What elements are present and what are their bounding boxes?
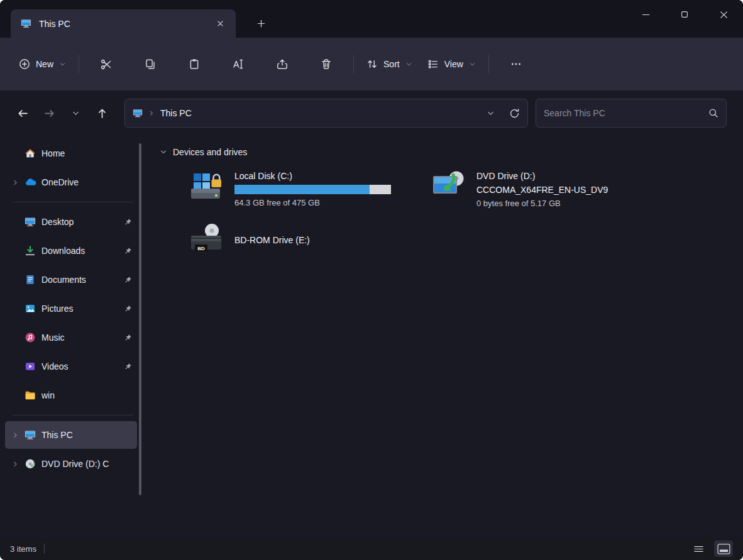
pin-icon	[122, 305, 133, 313]
sidebar-item-label: Documents	[41, 275, 122, 285]
search-input[interactable]	[544, 108, 703, 118]
drive-name: BD-ROM Drive (E:)	[234, 235, 310, 245]
pin-icon	[122, 334, 133, 342]
sidebar-item-music[interactable]: Music	[5, 324, 137, 351]
tab-close-button[interactable]	[212, 16, 228, 32]
sidebar-item-label: OneDrive	[41, 177, 133, 187]
drive-tile-bd-rom-e[interactable]: BD BD-ROM Drive (E:)	[189, 222, 431, 257]
rename-button[interactable]	[224, 52, 253, 77]
chevron-down-icon	[59, 61, 66, 68]
status-view-toggles	[689, 541, 733, 557]
window-controls	[626, 0, 743, 29]
large-icons-view-icon	[717, 544, 730, 554]
sidebar-item-this-pc[interactable]: This PC	[5, 421, 137, 449]
expand-chevron-icon[interactable]	[9, 461, 21, 468]
content-area: Devices and drives Local Disk (C:)	[146, 136, 743, 537]
delete-icon	[321, 58, 332, 70]
sort-button[interactable]: Sort	[359, 52, 420, 76]
sidebar-item-onedrive[interactable]: OneDrive	[5, 168, 137, 196]
plus-icon	[256, 19, 266, 28]
local-disk-icon	[189, 170, 225, 205]
back-button[interactable]	[10, 101, 35, 125]
tab-this-pc[interactable]: This PC	[11, 9, 236, 38]
copy-button[interactable]	[136, 52, 165, 77]
sidebar-item-label: Videos	[41, 361, 122, 371]
details-view-button[interactable]	[689, 541, 708, 557]
minimize-icon	[641, 10, 651, 19]
sidebar-item-label: This PC	[41, 430, 133, 440]
sidebar-item-home[interactable]: Home	[5, 140, 137, 167]
delete-button[interactable]	[312, 52, 341, 77]
bd-badge: BD	[197, 246, 205, 251]
expand-chevron-icon[interactable]	[9, 179, 21, 186]
bd-rom-drive-icon: BD	[189, 222, 225, 257]
drive-tile-local-disk-c[interactable]: Local Disk (C:) 64.3 GB free of 475 GB	[189, 170, 431, 208]
disk-usage-bar	[234, 185, 391, 194]
up-icon	[96, 107, 108, 119]
sidebar-item-dvd-drive[interactable]: DVD Drive (D:) C	[5, 450, 137, 478]
titlebar: This PC	[0, 0, 743, 38]
onedrive-icon	[21, 177, 39, 189]
close-button[interactable]	[704, 0, 743, 29]
maximize-icon	[680, 10, 689, 19]
large-icons-view-button[interactable]	[714, 541, 733, 557]
sidebar-item-label: win	[41, 390, 133, 400]
refresh-icon[interactable]	[509, 108, 520, 119]
forward-button[interactable]	[36, 101, 62, 125]
drive-info: BD-ROM Drive (E:)	[234, 234, 310, 245]
toolbar-separator	[353, 55, 354, 74]
drive-tiles: Local Disk (C:) 64.3 GB free of 475 GB	[189, 170, 704, 257]
videos-icon	[21, 361, 39, 372]
drive-volume-label: CCCOMA_X64FRE_EN-US_DV9	[476, 185, 608, 195]
home-icon	[21, 148, 39, 159]
sidebar-item-label: Home	[41, 148, 133, 158]
new-tab-button[interactable]	[251, 13, 271, 33]
drive-name: DVD Drive (D:)	[476, 171, 608, 181]
item-count: 3 items	[10, 544, 36, 554]
recent-locations-button[interactable]	[63, 101, 88, 125]
cut-icon	[101, 58, 113, 70]
sidebar-item-desktop[interactable]: Desktop	[5, 208, 137, 236]
section-header-devices-and-drives[interactable]: Devices and drives	[160, 147, 743, 157]
share-button[interactable]	[268, 52, 297, 77]
view-label: View	[444, 59, 463, 69]
chevron-down-icon	[469, 61, 476, 68]
close-icon	[719, 10, 729, 19]
desktop-icon	[21, 216, 39, 228]
share-icon	[277, 58, 288, 70]
address-dropdown-icon[interactable]	[487, 109, 495, 118]
sidebar-item-pictures[interactable]: Pictures	[5, 295, 137, 322]
navigation-bar: This PC	[0, 91, 743, 136]
sidebar-divider	[13, 202, 133, 202]
sidebar-item-videos[interactable]: Videos	[5, 353, 137, 380]
music-icon	[21, 332, 39, 343]
details-view-icon	[693, 544, 705, 554]
search-icon	[708, 108, 718, 118]
status-bar: 3 items	[0, 537, 743, 560]
address-bar[interactable]: This PC	[124, 99, 528, 128]
breadcrumb-item-this-pc[interactable]: This PC	[160, 108, 192, 118]
view-button[interactable]: View	[420, 52, 483, 76]
new-button[interactable]: New	[11, 52, 74, 76]
up-button[interactable]	[89, 101, 114, 125]
maximize-button[interactable]	[665, 0, 704, 29]
tab-title: This PC	[39, 19, 204, 29]
drive-free-space: 0 bytes free of 5.17 GB	[476, 199, 608, 208]
breadcrumb-chevron-icon	[148, 110, 155, 116]
sidebar-scrollbar[interactable]	[139, 143, 141, 495]
more-options-button[interactable]	[502, 52, 531, 77]
sidebar-item-downloads[interactable]: Downloads	[5, 237, 137, 265]
drive-tile-dvd-d[interactable]: DVD Drive (D:) CCCOMA_X64FRE_EN-US_DV9 0…	[431, 170, 673, 208]
cut-button[interactable]	[92, 52, 121, 77]
rename-icon	[233, 58, 244, 70]
expand-chevron-icon[interactable]	[9, 432, 21, 439]
section-title: Devices and drives	[173, 147, 247, 157]
new-label: New	[36, 59, 53, 69]
paste-button[interactable]	[180, 52, 209, 77]
minimize-button[interactable]	[626, 0, 665, 29]
sidebar-item-win[interactable]: win	[5, 382, 137, 409]
sort-icon	[366, 58, 378, 70]
collapse-chevron-icon[interactable]	[160, 148, 167, 156]
search-box	[536, 99, 727, 128]
sidebar-item-documents[interactable]: Documents	[5, 266, 137, 294]
